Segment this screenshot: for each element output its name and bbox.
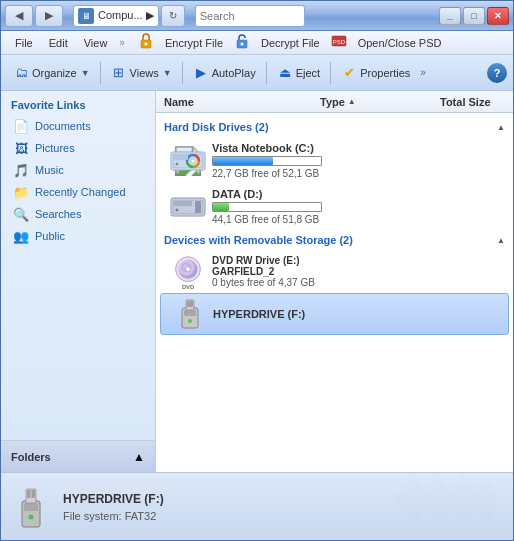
- svg-rect-25: [187, 301, 190, 307]
- svg-text:PSD: PSD: [333, 39, 346, 45]
- svg-rect-31: [27, 490, 31, 498]
- removable-header: Devices with Removable Storage (2) ▲: [156, 230, 513, 250]
- drive-item-d[interactable]: DATA (D:) 44,1 GB free of 51,8 GB: [160, 184, 509, 229]
- drive-f-image: [169, 298, 209, 330]
- pictures-label: Pictures: [35, 142, 75, 154]
- documents-icon: 📄: [13, 118, 29, 134]
- drive-f-name: HYPERDRIVE (F:): [213, 308, 339, 320]
- sep2: [182, 62, 183, 84]
- music-label: Music: [35, 164, 64, 176]
- drive-c-free: 22,7 GB free of 52,1 GB: [212, 168, 338, 179]
- recently-changed-label: Recently Changed: [35, 186, 126, 198]
- drive-list: Hard Disk Drives (2) ▲: [156, 113, 513, 472]
- views-label: Views: [130, 67, 159, 79]
- drive-c-name: Vista Notebook (C:): [212, 142, 338, 154]
- toolbar-more[interactable]: »: [420, 67, 426, 78]
- nav-buttons: ◀ ▶: [5, 5, 63, 27]
- searches-icon: 🔍: [13, 206, 29, 222]
- hard-disks-label: Hard Disk Drives (2): [164, 121, 269, 133]
- address-box[interactable]: 🖥 Compu... ▶: [73, 5, 159, 27]
- toolbar-open-close-icon: PSD: [330, 32, 348, 53]
- open-close-button[interactable]: Open/Close PSD: [352, 35, 448, 51]
- menu-edit[interactable]: Edit: [43, 35, 74, 51]
- drive-item-c[interactable]: Vista Notebook (C:) 22,7 GB free of 52,1…: [160, 138, 509, 183]
- drive-d-name: DATA (D:): [212, 188, 338, 200]
- menu-bar: File Edit View » Encrypt File Decrypt Fi…: [1, 31, 513, 55]
- menu-more[interactable]: »: [119, 37, 125, 48]
- encrypt-button[interactable]: Encrypt File: [159, 35, 229, 51]
- menu-file[interactable]: File: [9, 35, 39, 51]
- svg-point-27: [188, 319, 192, 323]
- public-icon: 👥: [13, 228, 29, 244]
- close-button[interactable]: ✕: [487, 7, 509, 25]
- sidebar-item-public[interactable]: 👥 Public: [3, 225, 153, 247]
- eject-button[interactable]: ⏏ Eject: [271, 59, 326, 87]
- sidebar-item-pictures[interactable]: 🖼 Pictures: [3, 137, 153, 159]
- sidebar-item-recently-changed[interactable]: 📁 Recently Changed: [3, 181, 153, 203]
- help-button[interactable]: ?: [487, 63, 507, 83]
- svg-rect-26: [190, 301, 193, 307]
- svg-rect-23: [184, 310, 196, 316]
- svg-rect-32: [32, 490, 36, 498]
- col-total-size[interactable]: Total Size: [436, 96, 513, 108]
- drive-f-info: HYPERDRIVE (F:): [209, 308, 339, 320]
- sidebar-item-searches[interactable]: 🔍 Searches: [3, 203, 153, 225]
- sidebar-spacer: [1, 247, 155, 440]
- views-dropdown-icon: ▼: [163, 68, 172, 78]
- svg-point-3: [241, 43, 244, 46]
- maximize-button[interactable]: □: [463, 7, 485, 25]
- forward-button[interactable]: ▶: [35, 5, 63, 27]
- status-filesystem: File system: FAT32: [63, 510, 164, 522]
- col-name[interactable]: Name: [156, 96, 316, 108]
- back-button[interactable]: ◀: [5, 5, 33, 27]
- views-button[interactable]: ⊞ Views ▼: [105, 59, 178, 87]
- drive-e-info: DVD RW Drive (E:) GARFIELD_2 0 bytes fre…: [208, 255, 338, 288]
- drive-c-info: Vista Notebook (C:) 22,7 GB free of 52,1…: [208, 142, 338, 179]
- autoplay-button[interactable]: ▶ AutoPlay: [187, 59, 262, 87]
- folders-section[interactable]: Folders ▲: [1, 440, 155, 472]
- windows-watermark: [383, 470, 503, 542]
- decrypt-button[interactable]: Decrypt File: [255, 35, 326, 51]
- organize-label: Organize: [32, 67, 77, 79]
- col-type[interactable]: Type ▲: [316, 96, 436, 108]
- sep4: [330, 62, 331, 84]
- sort-icon: ▲: [348, 97, 356, 106]
- action-toolbar: 🗂 Organize ▼ ⊞ Views ▼ ▶ AutoPlay ⏏ Ejec…: [1, 55, 513, 91]
- sidebar: Favorite Links 📄 Documents 🖼 Pictures 🎵 …: [1, 91, 156, 472]
- search-input[interactable]: [195, 5, 305, 27]
- properties-button[interactable]: ✔ Properties: [335, 59, 416, 87]
- hard-disks-collapse[interactable]: ▲: [497, 123, 505, 132]
- favorite-links-title: Favorite Links: [1, 91, 155, 115]
- sidebar-item-documents[interactable]: 📄 Documents: [3, 115, 153, 137]
- status-drive-icon: [11, 482, 51, 532]
- removable-collapse[interactable]: ▲: [497, 236, 505, 245]
- window-controls: _ □ ✕: [439, 7, 509, 25]
- menu-view[interactable]: View: [78, 35, 114, 51]
- svg-point-9: [191, 159, 195, 163]
- main-content: Name Type ▲ Total Size Free Space ▲ Hard…: [156, 91, 513, 472]
- music-icon: 🎵: [13, 162, 29, 178]
- svg-rect-16: [195, 201, 201, 213]
- content-area: Favorite Links 📄 Documents 🖼 Pictures 🎵 …: [1, 91, 513, 472]
- sidebar-item-music[interactable]: 🎵 Music: [3, 159, 153, 181]
- drive-item-f[interactable]: HYPERDRIVE (F:): [160, 293, 509, 335]
- sep1: [100, 62, 101, 84]
- minimize-button[interactable]: _: [439, 7, 461, 25]
- svg-text:DVD: DVD: [182, 284, 194, 290]
- eject-label: Eject: [296, 67, 320, 79]
- svg-point-1: [144, 43, 147, 46]
- hard-disks-header: Hard Disk Drives (2) ▲: [156, 117, 513, 137]
- drive-e-name: DVD RW Drive (E:) GARFIELD_2: [212, 255, 338, 277]
- eject-icon: ⏏: [277, 65, 293, 81]
- organize-button[interactable]: 🗂 Organize ▼: [7, 59, 96, 87]
- removable-label: Devices with Removable Storage (2): [164, 234, 353, 246]
- address-text: Compu... ▶: [98, 9, 154, 22]
- refresh-button[interactable]: ↻: [161, 5, 185, 27]
- recently-changed-icon: 📁: [13, 184, 29, 200]
- views-icon: ⊞: [111, 65, 127, 81]
- organize-dropdown-icon: ▼: [81, 68, 90, 78]
- sep3: [266, 62, 267, 84]
- drive-item-e[interactable]: DVD DVD RW Dr: [160, 251, 509, 292]
- address-bar: 🖥 Compu... ▶ ↻: [73, 5, 185, 27]
- status-drive-name: HYPERDRIVE (F:): [63, 492, 164, 506]
